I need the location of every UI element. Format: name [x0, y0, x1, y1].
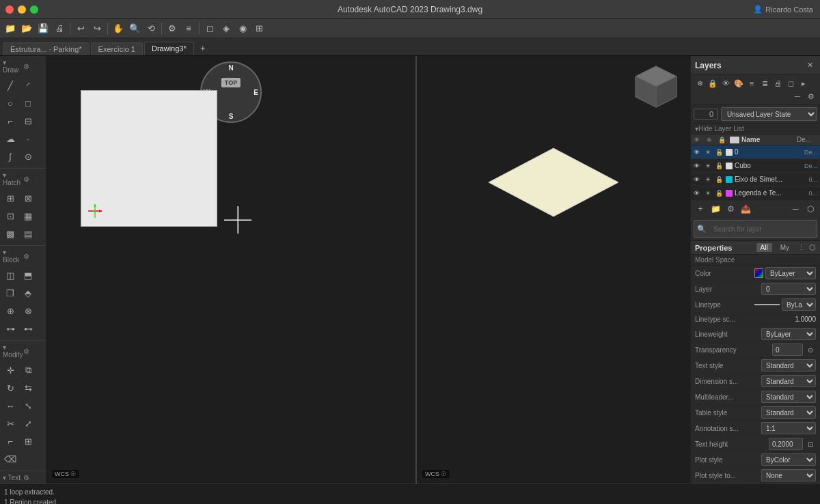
prop-select-lineweight[interactable]: ByLayer	[761, 328, 816, 340]
tool-erase[interactable]: ⌫	[1, 450, 19, 468]
tb-layers[interactable]: ≡	[181, 21, 196, 36]
tool-rect[interactable]: □	[19, 94, 37, 112]
text-header[interactable]: ▾ Text ⚙	[0, 473, 46, 483]
tool-hatch4[interactable]: ▦	[19, 207, 37, 225]
lt-more[interactable]: ▸	[797, 77, 810, 89]
tool-spline[interactable]: ∫	[1, 148, 19, 165]
layer-item-eixo[interactable]: 👁 ☀ 🔓 Eixo de Simet... 0...	[691, 173, 820, 186]
tool-ellipse[interactable]: ⊙	[19, 148, 37, 165]
tb-print[interactable]: 🖨	[52, 21, 67, 36]
lt-vp[interactable]: ◻	[784, 77, 797, 89]
tb-pan[interactable]: ✋	[111, 21, 126, 36]
transparency-input[interactable]	[772, 344, 803, 356]
tb-zoom[interactable]: 🔍	[127, 21, 142, 36]
prop-select-annotscale[interactable]: 1:1	[761, 422, 816, 434]
tab-drawing3[interactable]: Drawing3*	[144, 42, 194, 55]
tb-misc3[interactable]: ◉	[235, 21, 250, 36]
tb-undo[interactable]: ↩	[73, 21, 88, 36]
tab-add-button[interactable]: +	[195, 40, 210, 55]
tool-block2[interactable]: ⬒	[19, 266, 37, 284]
tb-properties[interactable]: ⚙	[165, 21, 180, 36]
tool-cloud[interactable]: ☁	[1, 130, 19, 148]
transparency-icon-button[interactable]: ⊙	[805, 344, 816, 355]
canvas-area[interactable]: N S E W TOP	[46, 56, 690, 484]
tool-hatch5[interactable]: ▩	[1, 225, 19, 242]
tool-array[interactable]: ⊞	[19, 432, 37, 450]
tb-misc1[interactable]: ◻	[202, 21, 217, 36]
layer-number-input[interactable]	[694, 109, 718, 120]
draw-settings-icon[interactable]: ⚙	[23, 63, 44, 70]
block-settings-icon[interactable]: ⚙	[23, 253, 44, 260]
tool-hatch[interactable]: ⊟	[19, 112, 37, 130]
search-layer-input[interactable]	[709, 222, 814, 236]
tb-redo[interactable]: ↪	[90, 21, 105, 36]
tool-block3[interactable]: ❐	[1, 284, 19, 302]
minimize-button[interactable]	[18, 5, 26, 14]
tb-save[interactable]: 💾	[36, 21, 51, 36]
close-button[interactable]	[5, 5, 14, 14]
tool-block7[interactable]: ⊶	[1, 320, 19, 337]
hatch-header[interactable]: ▾ Hatch ⚙	[0, 170, 46, 188]
layers-close-button[interactable]: ✕	[804, 59, 816, 72]
prop-tab-my[interactable]: My	[776, 243, 793, 252]
tb-orbit[interactable]: ⟲	[144, 21, 159, 36]
tb-misc4[interactable]: ⊞	[251, 21, 266, 36]
lt-lock[interactable]: 🔒	[707, 77, 719, 89]
prop-select-linetype[interactable]: ByLa...	[782, 298, 816, 311]
tool-hatch2[interactable]: ⊠	[19, 189, 37, 207]
tab-parking[interactable]: Estrutura... · Parking*	[3, 42, 90, 55]
tb-open[interactable]: 📂	[19, 21, 34, 36]
tool-hatch3[interactable]: ⊡	[1, 207, 19, 225]
tool-block6[interactable]: ⊗	[19, 302, 37, 320]
tool-line[interactable]: ╱	[1, 76, 19, 94]
tool-block1[interactable]: ◫	[1, 266, 19, 284]
prop-select-multileader[interactable]: Standard	[761, 391, 816, 403]
prop-expand-icon[interactable]: ⬡	[809, 243, 816, 252]
tool-point[interactable]: ·	[19, 130, 37, 148]
tool-fillet[interactable]: ⌐	[1, 432, 19, 450]
prop-tab-all[interactable]: All	[756, 243, 772, 252]
prop-select-layer[interactable]: 0	[761, 283, 816, 295]
textheight-input[interactable]	[769, 438, 803, 450]
prop-select-plotstyle[interactable]: ByColor	[761, 453, 816, 466]
tool-mirror[interactable]: ⇆	[19, 379, 37, 397]
text-settings-icon[interactable]: ⚙	[23, 474, 44, 481]
tool-rotate[interactable]: ↻	[1, 379, 19, 397]
textheight-icon-button[interactable]: ⊡	[805, 438, 816, 449]
tab-exercicio[interactable]: Exercício 1	[91, 42, 143, 55]
lt-color[interactable]: 🎨	[733, 77, 745, 89]
lt-linetype[interactable]: ≡	[746, 77, 758, 89]
block-header[interactable]: ▾ Block ⚙	[0, 247, 46, 265]
tool-arc[interactable]: ◜	[19, 76, 37, 94]
lf-settings-button[interactable]: ⚙	[724, 202, 737, 216]
lf-add-button[interactable]: +	[694, 202, 707, 216]
tb-new[interactable]: 📁	[3, 21, 18, 36]
tool-circle[interactable]: ○	[1, 94, 19, 112]
tool-hatch1[interactable]: ⊞	[1, 189, 19, 207]
tool-trim[interactable]: ✂	[1, 415, 19, 432]
prop-more-icon[interactable]: ⋮	[797, 243, 805, 252]
lt-settings[interactable]: ⚙	[805, 90, 817, 102]
viewport-right[interactable]: WCS ☉	[417, 56, 690, 484]
tool-pline[interactable]: ⌐	[1, 112, 19, 130]
tool-block8[interactable]: ⊷	[19, 320, 37, 337]
hide-layer-list[interactable]: ▾ Hide Layer List	[691, 124, 820, 135]
draw-header[interactable]: ▾ Draw ⚙	[0, 57, 46, 75]
modify-header[interactable]: ▾ Modify ⚙	[0, 342, 46, 360]
prop-select-tablestyle[interactable]: Standard	[761, 406, 816, 419]
maximize-button[interactable]	[30, 5, 38, 14]
lt-plot[interactable]: 🖨	[771, 77, 784, 89]
tool-copy[interactable]: ⧉	[19, 361, 37, 379]
lt-eye[interactable]: 👁	[720, 77, 732, 89]
tool-block4[interactable]: ⬘	[19, 284, 37, 302]
tool-stretch[interactable]: ↔	[1, 397, 19, 415]
tool-hatch6[interactable]: ▤	[19, 225, 37, 242]
layer-item-cubo[interactable]: 👁 ☀ 🔓 Cubo De...	[691, 159, 820, 173]
tool-scale[interactable]: ⤡	[19, 397, 37, 415]
modify-settings-icon[interactable]: ⚙	[23, 348, 44, 355]
layer-state-select[interactable]: Unsaved Layer State	[721, 107, 817, 121]
lf-expand-button[interactable]: ⬡	[804, 202, 817, 216]
tool-block5[interactable]: ⊕	[1, 302, 19, 320]
lt-minus[interactable]: ─	[791, 90, 804, 102]
lf-minus-button[interactable]: ─	[789, 202, 802, 216]
